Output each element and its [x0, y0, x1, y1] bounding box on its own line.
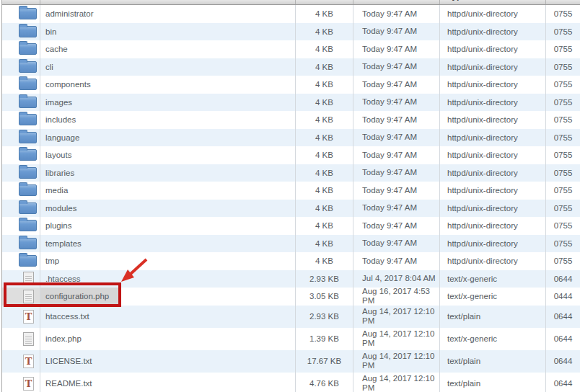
file-row[interactable]: cache 4 KB Today 9:47 AM httpd/unix-dire… [2, 40, 580, 58]
header-type-column[interactable]: Type [440, 0, 546, 4]
header-last-modified-column[interactable]: Last Modified (...) [353, 0, 440, 4]
header-perms-column[interactable]: Perms [546, 0, 580, 4]
file-size: 4 KB [296, 5, 353, 23]
file-perms: 0755 [546, 164, 580, 182]
file-perms: 0755 [546, 58, 580, 76]
file-perms: 0755 [546, 129, 580, 147]
file-row[interactable]: libraries 4 KB Today 9:47 AM httpd/unix-… [2, 164, 580, 182]
file-last-modified: Today 9:47 AM [353, 146, 440, 164]
file-row[interactable]: bin 4 KB Today 9:47 AM httpd/unix-direct… [2, 23, 580, 41]
file-type: text/x-generic [440, 270, 546, 288]
file-name: modules [40, 200, 296, 218]
file-perms: 0755 [546, 76, 580, 94]
file-type: httpd/unix-directory [440, 252, 546, 270]
file-perms: 0755 [546, 252, 580, 270]
file-size: 1.39 KB [296, 328, 353, 350]
file-row[interactable]: components 4 KB Today 9:47 AM httpd/unix… [2, 76, 580, 94]
text-file-icon: T [23, 310, 34, 324]
folder-icon [19, 97, 37, 108]
file-row[interactable]: includes 4 KB Today 9:47 AM httpd/unix-d… [2, 111, 580, 129]
file-last-modified: Today 9:47 AM [353, 5, 440, 23]
text-file-icon: T [23, 355, 34, 368]
file-perms: 0755 [546, 182, 580, 200]
file-perms: 0755 [546, 146, 580, 164]
folder-icon [19, 26, 37, 37]
file-row[interactable]: layouts 4 KB Today 9:47 AM httpd/unix-di… [2, 146, 580, 164]
file-row[interactable]: .htaccess 2.93 KB Jul 4, 2017 8:04 AM te… [2, 270, 580, 288]
file-name: index.php [40, 328, 296, 350]
file-size: 2.93 KB [296, 270, 353, 288]
file-row[interactable]: templates 4 KB Today 9:47 AM httpd/unix-… [2, 235, 580, 253]
file-perms: 0444 [546, 288, 580, 306]
folder-icon [19, 149, 37, 161]
file-row[interactable]: index.php 1.39 KB Aug 14, 2017 12:10 PM … [2, 328, 580, 350]
file-row[interactable]: media 4 KB Today 9:47 AM httpd/unix-dire… [2, 182, 580, 200]
file-row[interactable]: tmp 4 KB Today 9:47 AM httpd/unix-direct… [2, 252, 580, 270]
folder-icon [19, 132, 37, 143]
file-row[interactable]: configuration.php 3.05 KB Aug 16, 2017 4… [2, 288, 580, 306]
folder-icon [19, 167, 37, 179]
file-last-modified: Today 9:47 AM [353, 129, 440, 147]
file-perms: 0644 [546, 373, 580, 392]
file-type: httpd/unix-directory [440, 164, 546, 182]
file-row[interactable]: language 4 KB Today 9:47 AM httpd/unix-d… [2, 129, 580, 147]
file-row[interactable]: T LICENSE.txt 17.67 KB Aug 14, 2017 12:1… [2, 350, 580, 373]
file-size: 4 KB [296, 182, 353, 200]
folder-icon [19, 220, 37, 231]
file-type: httpd/unix-directory [440, 235, 546, 253]
file-last-modified: Today 9:47 AM [353, 76, 440, 94]
file-last-modified: Today 9:47 AM [353, 40, 440, 58]
file-row[interactable]: images 4 KB Today 9:47 AM httpd/unix-dir… [2, 94, 580, 112]
file-perms: 0755 [546, 111, 580, 129]
file-last-modified: Aug 16, 2017 4:53 PM [353, 288, 440, 306]
file-name: cli [40, 58, 296, 76]
file-type: httpd/unix-directory [440, 217, 546, 235]
file-manager-listing: Name Size Last Modified (...) Type Perms… [0, 0, 580, 392]
file-last-modified: Jul 4, 2017 8:04 AM [353, 270, 440, 288]
file-size: 4 KB [296, 200, 353, 218]
file-name: components [40, 76, 296, 94]
file-row[interactable]: T htaccess.txt 2.93 KB Aug 14, 2017 12:1… [2, 306, 580, 328]
file-name: bin [40, 23, 296, 41]
file-last-modified: Today 9:47 AM [353, 23, 440, 41]
file-last-modified: Today 9:47 AM [353, 58, 440, 76]
file-last-modified: Today 9:47 AM [353, 235, 440, 253]
file-row[interactable]: T README.txt 4.76 KB Aug 14, 2017 12:10 … [2, 373, 580, 392]
file-last-modified: Today 9:47 AM [353, 217, 440, 235]
file-size: 4 KB [296, 111, 353, 129]
file-last-modified: Today 9:47 AM [353, 252, 440, 270]
file-size: 4 KB [296, 23, 353, 41]
file-size: 4 KB [296, 58, 353, 76]
file-last-modified: Today 9:47 AM [353, 111, 440, 129]
file-row[interactable]: plugins 4 KB Today 9:47 AM httpd/unix-di… [2, 217, 580, 235]
file-row[interactable]: modules 4 KB Today 9:47 AM httpd/unix-di… [2, 200, 580, 218]
file-last-modified: Aug 14, 2017 12:10 PM [353, 350, 440, 373]
folder-icon [19, 79, 37, 90]
file-size: 4.76 KB [296, 373, 353, 392]
file-size: 4 KB [296, 164, 353, 182]
file-perms: 0644 [546, 328, 580, 350]
file-size: 4 KB [296, 129, 353, 147]
file-perms: 0755 [546, 200, 580, 218]
generic-file-icon [23, 290, 34, 303]
text-file-icon: T [23, 377, 34, 391]
file-perms: 0644 [546, 306, 580, 328]
file-size: 2.93 KB [296, 306, 353, 328]
file-type: httpd/unix-directory [440, 182, 546, 200]
file-type: httpd/unix-directory [440, 146, 546, 164]
generic-file-icon [23, 332, 34, 346]
table-header-row: Name Size Last Modified (...) Type Perms [2, 0, 580, 4]
file-size: 3.05 KB [296, 288, 353, 306]
file-name: htaccess.txt [40, 306, 296, 328]
file-type: text/plain [440, 350, 546, 373]
file-row[interactable]: administrator 4 KB Today 9:47 AM httpd/u… [2, 5, 580, 23]
file-row[interactable]: cli 4 KB Today 9:47 AM httpd/unix-direct… [2, 58, 580, 76]
header-size-column[interactable]: Size [296, 0, 353, 4]
file-type: text/x-generic [440, 328, 546, 350]
header-name-column[interactable]: Name [40, 0, 296, 4]
folder-icon [19, 61, 37, 73]
file-type: text/x-generic [440, 288, 546, 306]
file-name: configuration.php [40, 288, 296, 306]
file-name: templates [40, 235, 296, 253]
file-type: httpd/unix-directory [440, 129, 546, 147]
